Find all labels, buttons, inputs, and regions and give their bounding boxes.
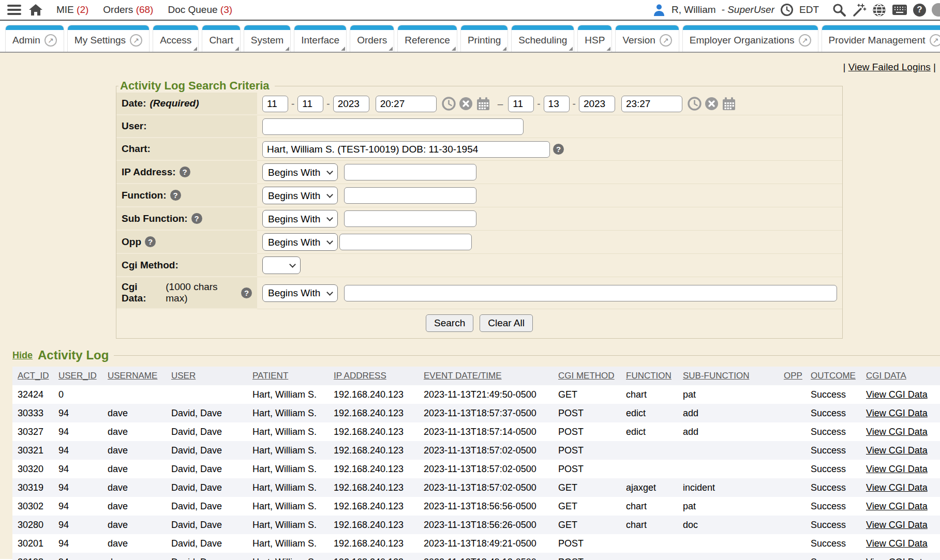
hamburger-menu-icon[interactable] <box>7 5 21 15</box>
column-header-outcome[interactable]: OUTCOME <box>805 367 861 385</box>
help-icon[interactable]: ? <box>913 4 926 17</box>
ip-help-icon[interactable]: ? <box>180 167 190 177</box>
nav-item-mie[interactable]: MIE (2) <box>56 4 88 16</box>
date-from-year-input[interactable] <box>333 96 369 112</box>
home-icon[interactable] <box>28 3 43 17</box>
sub-function-operator-select[interactable]: Begins With <box>262 210 338 228</box>
function-help-icon[interactable]: ? <box>170 190 181 201</box>
tab-my-settings[interactable]: My Settings↗ <box>67 25 150 52</box>
column-header-act-id[interactable]: ACT_ID <box>12 367 53 385</box>
tab-hsp[interactable]: HSP <box>577 25 612 52</box>
column-header-cgi-data[interactable]: CGI DATA <box>861 367 940 385</box>
cgi-data-help-icon[interactable]: ? <box>241 287 252 298</box>
top-bar: MIE (2) Orders (68) Doc Queue (3) R, Wil… <box>0 0 940 21</box>
date-to-year-input[interactable] <box>579 96 615 112</box>
cell-event: 2023-11-13T21:49:50-0500 <box>419 385 553 404</box>
view-cgi-data-link[interactable]: View CGI Data <box>866 445 928 456</box>
function-input[interactable] <box>344 187 476 204</box>
tab-printing[interactable]: Printing <box>460 25 508 52</box>
tab-admin[interactable]: Admin↗ <box>5 25 64 52</box>
cell-username: dave <box>102 534 166 553</box>
cell-act-id: 32424 <box>12 385 53 404</box>
pipe-left: | <box>843 62 845 72</box>
column-header-user-id[interactable]: USER_ID <box>53 367 102 385</box>
clock-icon[interactable] <box>780 3 794 17</box>
globe-icon[interactable] <box>872 3 886 17</box>
tab-version[interactable]: Version↗ <box>615 25 679 52</box>
user-avatar-icon[interactable] <box>652 3 666 17</box>
cgi-method-select[interactable] <box>262 256 301 274</box>
hide-link[interactable]: Hide <box>12 350 33 361</box>
column-header-username[interactable]: USERNAME <box>102 367 166 385</box>
sub-function-help-icon[interactable]: ? <box>191 213 202 224</box>
sub-function-input[interactable] <box>344 210 476 227</box>
column-header-opp[interactable]: OPP <box>779 367 805 385</box>
cgi-data-operator-select[interactable]: Begins With <box>262 284 338 302</box>
tab-interface[interactable]: Interface <box>294 25 347 52</box>
date-from-month-input[interactable] <box>262 96 288 112</box>
table-row: 3032194daveDavid, DaveHart, William S.19… <box>12 441 940 460</box>
column-header-function[interactable]: FUNCTION <box>621 367 678 385</box>
time-picker-icon[interactable] <box>688 97 702 111</box>
nav-item-doc-queue[interactable]: Doc Queue (3) <box>168 4 232 16</box>
view-cgi-data-link[interactable]: View CGI Data <box>866 408 928 418</box>
date-to-day-input[interactable] <box>544 96 570 112</box>
view-cgi-data-link[interactable]: View CGI Data <box>866 520 928 530</box>
tab-orders[interactable]: Orders <box>350 25 394 52</box>
opp-help-icon[interactable]: ? <box>145 236 156 247</box>
search-button[interactable]: Search <box>426 314 473 332</box>
cell-act-id: 30327 <box>12 422 53 441</box>
view-cgi-data-link[interactable]: View CGI Data <box>866 464 928 474</box>
user-name[interactable]: R, William <box>672 4 716 16</box>
tab-employer-organizations[interactable]: Employer Organizations↗ <box>682 25 818 52</box>
tab-access[interactable]: Access <box>153 25 199 52</box>
cell-user: David, Dave <box>166 478 247 497</box>
cell-opp <box>779 516 805 534</box>
wand-icon[interactable] <box>852 3 867 17</box>
column-header-sub-function[interactable]: SUB-FUNCTION <box>678 367 779 385</box>
tab-chart[interactable]: Chart <box>202 25 240 52</box>
chart-input[interactable] <box>262 141 550 158</box>
tab-system[interactable]: System <box>244 25 291 52</box>
activity-log-search-criteria: Activity Log Search Criteria Date: (Requ… <box>116 79 843 339</box>
ip-operator-select[interactable]: Begins With <box>262 163 338 181</box>
cell-sub-function: add <box>678 422 779 441</box>
function-operator-select[interactable]: Begins With <box>262 187 338 204</box>
view-cgi-data-link[interactable]: View CGI Data <box>866 501 928 511</box>
ip-address-input[interactable] <box>344 164 476 180</box>
opp-input[interactable] <box>339 234 472 250</box>
column-header-event-date-time[interactable]: EVENT DATE/TIME <box>419 367 553 385</box>
time-picker-icon[interactable] <box>442 97 456 111</box>
tab-provider-management[interactable]: Provider Management↗ <box>822 25 940 52</box>
user-input[interactable] <box>262 118 524 135</box>
chart-help-icon[interactable]: ? <box>553 144 564 155</box>
calendar-icon[interactable] <box>722 97 736 111</box>
date-from-time-input[interactable] <box>376 96 437 112</box>
calendar-icon[interactable] <box>476 97 490 111</box>
clear-date-icon[interactable] <box>705 97 719 111</box>
nav-item-orders[interactable]: Orders (68) <box>103 4 153 16</box>
clear-all-button[interactable]: Clear All <box>480 314 533 332</box>
opp-operator-select[interactable]: Begins With <box>262 233 338 251</box>
cell-sub-function: pat <box>678 497 779 516</box>
keyboard-icon[interactable] <box>892 4 907 16</box>
view-cgi-data-link[interactable]: View CGI Data <box>866 427 928 437</box>
cgi-data-input[interactable] <box>344 285 837 301</box>
column-header-cgi-method[interactable]: CGI METHOD <box>553 367 621 385</box>
tab-reference[interactable]: Reference <box>397 25 457 52</box>
clear-date-icon[interactable] <box>459 97 473 111</box>
tab-scheduling[interactable]: Scheduling <box>511 25 574 52</box>
date-from-day-input[interactable] <box>297 96 323 112</box>
search-icon[interactable] <box>832 3 846 17</box>
view-failed-logins-link[interactable]: View Failed Logins <box>848 62 931 72</box>
column-header-patient[interactable]: PATIENT <box>247 367 329 385</box>
column-header-user[interactable]: USER <box>166 367 247 385</box>
view-cgi-data-link[interactable]: View CGI Data <box>866 557 928 560</box>
date-to-time-input[interactable] <box>621 96 682 112</box>
date-to-month-input[interactable] <box>508 96 534 112</box>
view-cgi-data-link[interactable]: View CGI Data <box>866 482 928 493</box>
view-cgi-data-link[interactable]: View CGI Data <box>866 538 928 549</box>
view-cgi-data-link[interactable]: View CGI Data <box>866 389 928 400</box>
cgi-data-label: Cgi Data: (1000 chars max) ? <box>116 277 257 309</box>
column-header-ip-address[interactable]: IP ADDRESS <box>329 367 419 385</box>
